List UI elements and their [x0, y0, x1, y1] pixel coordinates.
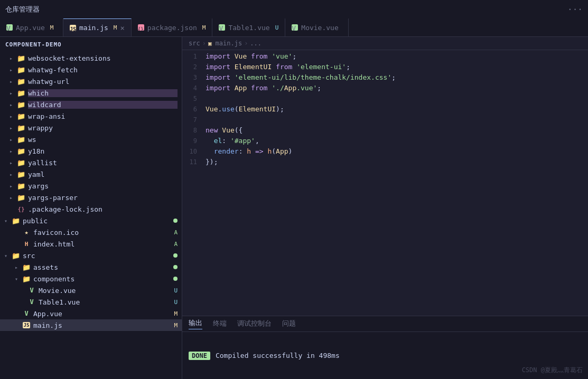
terminal-tab-终端[interactable]: 终端	[213, 319, 227, 329]
tab-app-vue[interactable]: VApp.vueM	[0, 18, 63, 36]
tab-table1-vue[interactable]: VTable1.vueU	[212, 18, 285, 36]
file-icon-folder: 📁	[17, 170, 25, 178]
sidebar-item-App-vue[interactable]: VApp.vueM	[0, 308, 182, 319]
tree-arrow: ▸	[10, 148, 17, 154]
watermark: CSDN @夏殿灬青葛石	[522, 366, 583, 375]
file-icon-folder: 📁	[17, 147, 25, 155]
tree-arrow: ▸	[10, 102, 17, 108]
tab-close-main-js[interactable]: ×	[120, 24, 124, 32]
sidebar-item-dot	[173, 277, 178, 281]
tab-icon-app-vue: V	[6, 24, 13, 31]
code-line: 10 render: h => h(App)	[182, 147, 588, 158]
sidebar-item-components[interactable]: ▾📁components	[0, 273, 182, 285]
file-icon-folder: 📁	[17, 112, 25, 120]
code-line: 1import Vue from 'vue';	[182, 52, 588, 63]
code-line: 2import ElementUI from 'element-ui';	[182, 63, 588, 73]
sidebar-item-label: websocket-extensions	[28, 54, 178, 62]
sidebar-item-main-js[interactable]: JSmain.jsM	[0, 319, 182, 331]
sidebar-item-label: index.html	[33, 240, 172, 248]
sidebar-item-wrap-ansi[interactable]: ▸📁wrap-ansi	[0, 110, 182, 122]
tab-icon-package-json: {}	[138, 24, 144, 31]
sidebar-item-yallist[interactable]: ▸📁yallist	[0, 157, 182, 168]
sidebar-item-badge: M	[174, 310, 178, 317]
sidebar-item-label: wrappy	[28, 124, 178, 132]
line-content: new Vue({	[206, 126, 586, 134]
tree-arrow: ▸	[10, 137, 17, 143]
sidebar-item-label: public	[23, 217, 173, 225]
file-icon-vue: V	[27, 286, 36, 295]
sidebar-item-wildcard[interactable]: ▸📁wildcard	[0, 99, 182, 110]
file-icon-json: {}	[17, 205, 25, 213]
sidebar-item-favicon-ico[interactable]: ★favicon.icoA	[0, 226, 182, 238]
tree-arrow: ▸	[10, 67, 17, 73]
terminal-tab-输出[interactable]: 输出	[189, 318, 202, 329]
tab-icon-movie-vue: V	[292, 24, 298, 31]
sidebar-item-index-html[interactable]: Hindex.htmlA	[0, 238, 182, 250]
sidebar-item-ws[interactable]: ▸📁ws	[0, 134, 182, 145]
sidebar-item-y18n[interactable]: ▸📁y18n	[0, 145, 182, 157]
tree-arrow: ▸	[10, 90, 17, 96]
editor-area: src › ▣ main.js › ... 1import Vue from '…	[182, 37, 588, 379]
top-bar: 仓库管理器 ···	[0, 0, 588, 18]
tree-arrow: ▸	[15, 264, 22, 270]
file-icon-folder: 📁	[17, 100, 25, 109]
tab-movie-vue[interactable]: VMovie.vue	[285, 18, 349, 36]
breadcrumb-dots: ...	[250, 40, 262, 47]
sidebar-item-label: wrap-ansi	[28, 112, 178, 120]
terminal-message: Compiled successfully in 498ms	[216, 352, 340, 359]
code-line: 3import 'element-ui/lib/theme-chalk/inde…	[182, 73, 588, 84]
sidebar-item-label: yargs-parser	[28, 194, 178, 202]
sidebar-item-yargs-parser[interactable]: ▸📁yargs-parser	[0, 192, 182, 203]
sidebar-item-src[interactable]: ▾📁src	[0, 250, 182, 261]
line-content: import ElementUI from 'element-ui';	[206, 63, 586, 71]
file-icon-folder-open: 📁	[12, 251, 20, 260]
sidebar-item-wrappy[interactable]: ▸📁wrappy	[0, 122, 182, 134]
done-badge: DONE	[189, 352, 210, 360]
line-content: el: '#app',	[206, 137, 586, 145]
sidebar-item-Table1-vue[interactable]: VTable1.vueU	[0, 296, 182, 308]
sidebar-item-which[interactable]: ▸📁which	[0, 87, 182, 99]
code-line: 6Vue.use(ElementUI);	[182, 105, 588, 116]
code-editor[interactable]: 1import Vue from 'vue';2import ElementUI…	[182, 50, 588, 316]
tab-bar: VApp.vueMJSmain.jsM×{}package.jsonMVTabl…	[0, 18, 588, 37]
terminal-tab-问题[interactable]: 问题	[282, 319, 296, 329]
sidebar-item-badge: U	[174, 299, 178, 306]
tab-badge-table1-vue: U	[275, 24, 279, 31]
sidebar-item-whatwg-fetch[interactable]: ▸📁whatwg-fetch	[0, 64, 182, 75]
sidebar-item-public[interactable]: ▾📁public	[0, 215, 182, 226]
sidebar-item-yaml[interactable]: ▸📁yaml	[0, 168, 182, 180]
line-content: import 'element-ui/lib/theme-chalk/index…	[206, 73, 586, 81]
line-number: 9	[184, 137, 206, 145]
code-line: 11});	[182, 158, 588, 168]
file-icon-vue: V	[22, 309, 31, 318]
sidebar-item-yargs[interactable]: ▸📁yargs	[0, 180, 182, 192]
sidebar-item-label: .package-lock.json	[28, 205, 178, 213]
code-line: 9 el: '#app',	[182, 137, 588, 147]
tab-package-json[interactable]: {}package.jsonM	[132, 18, 213, 36]
file-icon-folder: 📁	[17, 124, 25, 132]
sidebar-item-label: which	[28, 89, 178, 97]
sidebar-item--package-lock-json[interactable]: {}.package-lock.json	[0, 203, 182, 215]
sidebar-item-Movie-vue[interactable]: VMovie.vueU	[0, 285, 182, 296]
sidebar-item-whatwg-url[interactable]: ▸📁whatwg-url	[0, 75, 182, 87]
sidebar-item-badge: A	[174, 229, 178, 236]
tab-name-main-js: main.js	[79, 24, 108, 32]
tab-main-js[interactable]: JSmain.jsM×	[63, 18, 132, 36]
top-bar-dots[interactable]: ···	[567, 4, 583, 14]
sidebar-item-assets[interactable]: ▸📁assets	[0, 261, 182, 273]
sidebar-item-badge: U	[174, 287, 178, 294]
sidebar-item-label: src	[23, 252, 173, 260]
breadcrumb-src: src	[189, 40, 200, 47]
line-content	[206, 94, 586, 102]
sidebar[interactable]: COMPONENT-DEMO ▸📁websocket-extensions▸📁w…	[0, 37, 182, 379]
file-icon-folder: 📁	[17, 193, 25, 202]
line-number: 11	[184, 158, 206, 166]
file-icon-folder: 📁	[22, 263, 31, 271]
sidebar-item-websocket-extensions[interactable]: ▸📁websocket-extensions	[0, 52, 182, 64]
breadcrumb-js-icon: ▣	[208, 40, 212, 47]
terminal-tab-调试控制台[interactable]: 调试控制台	[237, 319, 272, 329]
line-content: import App from './App.vue';	[206, 84, 586, 92]
sidebar-item-label: Table1.vue	[39, 298, 172, 306]
line-number: 2	[184, 63, 206, 71]
tree-arrow: ▸	[10, 183, 17, 189]
